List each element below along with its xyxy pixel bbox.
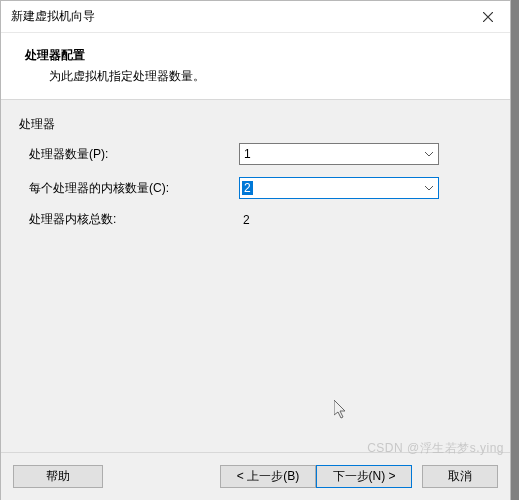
help-button[interactable]: 帮助 xyxy=(13,465,103,488)
cores-label: 每个处理器的内核数量(C): xyxy=(29,180,239,197)
chevron-down-icon xyxy=(420,178,438,198)
processors-label: 处理器数量(P): xyxy=(29,146,239,163)
row-processors: 处理器数量(P): 1 xyxy=(19,143,492,165)
wizard-dialog: 新建虚拟机向导 处理器配置 为此虚拟机指定处理器数量。 处理器 处理器数量(P)… xyxy=(0,0,511,500)
total-label: 处理器内核总数: xyxy=(29,211,239,228)
row-total: 处理器内核总数: 2 xyxy=(19,211,492,228)
chevron-down-icon xyxy=(420,144,438,164)
row-cores: 每个处理器的内核数量(C): 2 xyxy=(19,177,492,199)
close-icon xyxy=(483,12,493,22)
processors-combobox[interactable]: 1 xyxy=(239,143,439,165)
total-value: 2 xyxy=(239,213,250,227)
cores-combobox[interactable]: 2 xyxy=(239,177,439,199)
next-button[interactable]: 下一步(N) > xyxy=(316,465,412,488)
cores-value: 2 xyxy=(242,181,253,195)
header-subtitle: 为此虚拟机指定处理器数量。 xyxy=(25,68,500,85)
wizard-footer: 帮助 < 上一步(B) 下一步(N) > 取消 xyxy=(1,452,510,500)
wizard-body: 处理器 处理器数量(P): 1 每个处理器的内核数量(C): 2 处理器内核总数… xyxy=(1,100,510,452)
wizard-header: 处理器配置 为此虚拟机指定处理器数量。 xyxy=(1,33,510,100)
title-bar: 新建虚拟机向导 xyxy=(1,1,510,33)
cancel-button[interactable]: 取消 xyxy=(422,465,498,488)
dialog-title: 新建虚拟机向导 xyxy=(11,8,95,25)
mouse-cursor-icon xyxy=(334,400,348,420)
header-title: 处理器配置 xyxy=(25,47,500,64)
processors-value: 1 xyxy=(244,147,438,161)
back-button[interactable]: < 上一步(B) xyxy=(220,465,316,488)
section-label: 处理器 xyxy=(19,116,492,133)
close-button[interactable] xyxy=(466,2,510,32)
